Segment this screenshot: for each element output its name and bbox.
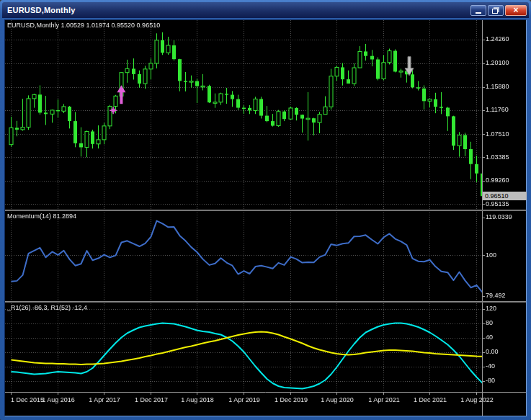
restore-button[interactable] — [488, 5, 504, 16]
close-icon: × — [513, 6, 518, 14]
minimize-icon — [476, 12, 481, 14]
window-title: EURUSD,Monthly — [2, 6, 75, 14]
minimize-button[interactable] — [470, 5, 486, 16]
panel-splitter-momentum[interactable] — [5, 210, 526, 211]
close-button[interactable]: × — [505, 5, 527, 16]
chart-canvas[interactable] — [5, 20, 526, 416]
titlebar[interactable]: EURUSD,Monthly × — [2, 2, 529, 18]
panel-splitter-r1[interactable] — [5, 301, 526, 303]
chart-client-area: EURUSD,Monthly 1.00529 1.01974 0.95520 0… — [4, 19, 527, 416]
chart-window: EURUSD,Monthly × EURUSD,Monthly 1.00529 … — [0, 0, 531, 420]
time-scale[interactable] — [5, 392, 526, 416]
price-scale[interactable] — [483, 20, 526, 392]
current-price-badge: 0.96510 — [483, 192, 527, 200]
restore-icon — [492, 9, 498, 14]
